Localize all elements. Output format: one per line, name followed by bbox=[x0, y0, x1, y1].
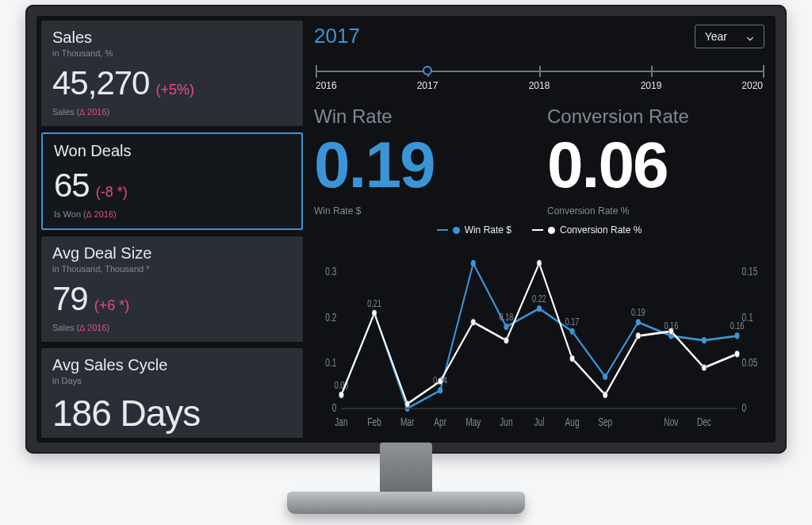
svg-text:0.15: 0.15 bbox=[742, 266, 758, 278]
svg-point-46 bbox=[504, 337, 508, 343]
legend-item-win-rate[interactable]: Win Rate $ bbox=[437, 224, 511, 236]
kpi-subtitle: Win Rate $ bbox=[314, 205, 531, 217]
svg-text:Jun: Jun bbox=[500, 416, 512, 429]
svg-point-41 bbox=[339, 392, 343, 398]
card-avg-sales-cycle[interactable]: Avg Sales Cycle in Days 186 Days bbox=[41, 348, 303, 438]
card-value: 45,270 bbox=[52, 64, 149, 102]
svg-text:0.1: 0.1 bbox=[325, 356, 336, 369]
svg-point-26 bbox=[570, 328, 575, 335]
kpi-value: 0.06 bbox=[547, 132, 764, 197]
timeline-tick-label: 2020 bbox=[741, 80, 763, 91]
card-title: Won Deals bbox=[54, 142, 290, 160]
card-subtitle: in Days bbox=[52, 376, 292, 385]
card-footer: Sales (∆ 2016) bbox=[52, 323, 292, 332]
svg-text:0.16: 0.16 bbox=[730, 320, 745, 331]
timeline-tick-label: 2019 bbox=[641, 80, 662, 91]
period-dropdown-label: Year bbox=[705, 30, 727, 43]
dashboard-screen: Sales in Thousand, % 45,270 (+5%) Sales … bbox=[36, 16, 776, 443]
svg-point-22 bbox=[438, 387, 442, 393]
timeline-tick bbox=[651, 66, 653, 77]
svg-text:0.2: 0.2 bbox=[325, 311, 336, 324]
svg-point-31 bbox=[734, 332, 739, 339]
svg-point-28 bbox=[636, 319, 641, 325]
card-delta: (+5%) bbox=[155, 82, 194, 98]
svg-point-44 bbox=[438, 378, 442, 385]
kpi-conversion-rate: Conversion Rate 0.06 Conversion Rate % bbox=[547, 105, 764, 217]
card-value: 79 bbox=[52, 280, 88, 318]
svg-text:0: 0 bbox=[742, 402, 747, 415]
svg-point-47 bbox=[537, 260, 542, 266]
card-title: Avg Sales Cycle bbox=[52, 356, 292, 374]
card-title: Avg Deal Size bbox=[52, 244, 292, 262]
legend-item-conversion-rate[interactable]: Conversion Rate % bbox=[532, 224, 642, 236]
svg-point-52 bbox=[702, 364, 707, 370]
top-row: 2017 Year bbox=[314, 24, 764, 48]
legend-line-icon bbox=[437, 229, 448, 231]
svg-point-24 bbox=[504, 324, 508, 330]
svg-text:Sep: Sep bbox=[598, 416, 612, 429]
card-subtitle: in Thousand, Thousand * bbox=[52, 264, 292, 274]
svg-point-30 bbox=[702, 337, 707, 343]
card-value-row: 65 (-8 *) bbox=[54, 167, 290, 205]
svg-point-25 bbox=[537, 305, 542, 312]
monitor-neck bbox=[380, 443, 432, 493]
svg-text:0.3: 0.3 bbox=[325, 266, 336, 278]
card-delta: (-8 *) bbox=[96, 184, 128, 201]
kpi-win-rate: Win Rate 0.19 Win Rate $ bbox=[314, 105, 531, 217]
timeline-tick-label: 2016 bbox=[316, 80, 337, 91]
kpi-value: 0.19 bbox=[314, 132, 531, 197]
timeline-tick-label: 2017 bbox=[417, 80, 439, 91]
legend-dot-icon bbox=[548, 227, 555, 234]
svg-text:Feb: Feb bbox=[367, 416, 381, 429]
svg-text:Jan: Jan bbox=[335, 416, 347, 429]
timeline-tick bbox=[316, 65, 317, 78]
svg-text:Aug: Aug bbox=[565, 416, 580, 429]
svg-point-49 bbox=[603, 392, 607, 398]
svg-text:0: 0 bbox=[332, 402, 337, 415]
card-value-row: 45,270 (+5%) bbox=[52, 64, 292, 102]
svg-point-50 bbox=[636, 332, 641, 339]
card-won-deals[interactable]: Won Deals 65 (-8 *) Is Won (∆ 2016) bbox=[41, 132, 303, 230]
svg-text:0.05: 0.05 bbox=[742, 356, 758, 369]
card-sales[interactable]: Sales in Thousand, % 45,270 (+5%) Sales … bbox=[41, 21, 303, 126]
card-value-row: 186 Days bbox=[52, 392, 292, 435]
svg-point-53 bbox=[734, 351, 739, 357]
legend-dot-icon bbox=[453, 227, 460, 234]
legend-label: Conversion Rate % bbox=[560, 224, 642, 236]
card-footer: Sales (∆ 2016) bbox=[52, 107, 292, 117]
card-footer: Is Won (∆ 2016) bbox=[54, 209, 290, 219]
year-timeline-slider[interactable]: 20162017201820192020 bbox=[316, 63, 763, 94]
kpi-subtitle: Conversion Rate % bbox=[547, 205, 764, 217]
line-chart-svg: 00.10.20.300.050.10.15JanFebMarAprMayJun… bbox=[314, 239, 764, 435]
svg-text:0.18: 0.18 bbox=[500, 311, 514, 322]
svg-text:Mar: Mar bbox=[400, 416, 414, 429]
svg-point-43 bbox=[405, 400, 410, 407]
monitor-base bbox=[287, 492, 525, 514]
timeline-tick bbox=[763, 65, 764, 78]
svg-text:Jul: Jul bbox=[534, 416, 545, 429]
svg-text:0.22: 0.22 bbox=[532, 293, 546, 305]
svg-point-23 bbox=[471, 260, 476, 266]
card-value-row: 79 (+6 *) bbox=[52, 280, 292, 318]
card-delta: (+6 *) bbox=[94, 297, 130, 314]
selected-year-heading: 2017 bbox=[314, 24, 360, 48]
kpi-card-column: Sales in Thousand, % 45,270 (+5%) Sales … bbox=[41, 21, 303, 438]
legend-label: Win Rate $ bbox=[465, 224, 511, 236]
kpi-title: Conversion Rate bbox=[547, 105, 764, 128]
svg-text:May: May bbox=[465, 416, 481, 429]
kpi-title: Win Rate bbox=[314, 105, 531, 128]
svg-text:Nov: Nov bbox=[664, 416, 678, 429]
line-chart: 00.10.20.300.050.10.15JanFebMarAprMayJun… bbox=[314, 239, 764, 435]
svg-point-42 bbox=[372, 310, 377, 316]
chevron-down-icon bbox=[746, 33, 754, 40]
main-panel: 2017 Year 20162017201820192020 Win Rate … bbox=[309, 21, 771, 438]
monitor-bezel: Sales in Thousand, % 45,270 (+5%) Sales … bbox=[25, 5, 787, 454]
timeline-handle[interactable] bbox=[423, 66, 432, 75]
svg-point-51 bbox=[668, 328, 673, 335]
period-dropdown[interactable]: Year bbox=[695, 25, 764, 48]
svg-point-48 bbox=[570, 355, 575, 362]
card-avg-deal-size[interactable]: Avg Deal Size in Thousand, Thousand * 79… bbox=[41, 236, 303, 342]
svg-text:0.19: 0.19 bbox=[631, 307, 645, 318]
kpi-row: Win Rate 0.19 Win Rate $ Conversion Rate… bbox=[314, 105, 764, 217]
svg-text:0.17: 0.17 bbox=[565, 316, 580, 327]
